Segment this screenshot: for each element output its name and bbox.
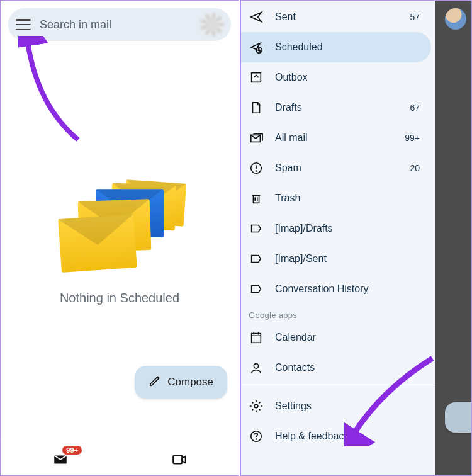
nav-count: 57: [410, 12, 420, 22]
nav-label: Conversation History: [275, 283, 420, 295]
nav-scheduled[interactable]: Scheduled: [241, 32, 431, 62]
nav-count: 20: [410, 163, 420, 173]
compose-label: Compose: [167, 376, 213, 388]
nav-outbox[interactable]: Outbox: [241, 62, 431, 93]
svg-rect-2: [252, 73, 261, 82]
background-compose: [445, 402, 472, 433]
svg-rect-7: [252, 334, 261, 343]
outbox-icon: [249, 70, 264, 85]
bottom-nav: 99+: [1, 443, 239, 475]
divider: [241, 387, 435, 387]
nav-label: [Imap]/Sent: [275, 253, 420, 264]
label-icon: [249, 281, 264, 297]
nav-label: Help & feedback: [275, 431, 420, 442]
nav-sent[interactable]: Sent 57: [241, 2, 431, 32]
tab-mail[interactable]: 99+: [1, 443, 120, 475]
calendar-icon: [249, 330, 264, 345]
nav-label: All mail: [275, 132, 393, 144]
compose-button[interactable]: Compose: [135, 366, 227, 399]
background-avatar: [445, 8, 466, 30]
scheduled-empty-screen: Search in mail Nothing in Scheduled Comp…: [0, 0, 239, 476]
label-icon: [249, 251, 264, 266]
nav-label: Contacts: [275, 362, 420, 373]
nav-settings[interactable]: Settings: [241, 391, 431, 421]
nav-spam[interactable]: Spam 20: [241, 153, 431, 183]
section-google-apps: Google apps: [241, 304, 435, 322]
nav-label: Calendar: [275, 332, 420, 343]
contacts-icon: [249, 360, 264, 375]
svg-point-5: [256, 171, 257, 171]
nav-label: Settings: [275, 400, 420, 412]
svg-point-8: [254, 364, 258, 368]
nav-count: 67: [410, 103, 420, 113]
label-icon: [249, 221, 264, 236]
nav-contacts[interactable]: Contacts: [241, 353, 431, 383]
svg-rect-0: [173, 455, 182, 463]
nav-count: 99+: [405, 133, 420, 143]
nav-drafts[interactable]: Drafts 67: [241, 93, 431, 123]
svg-point-11: [256, 439, 257, 439]
nav-label: Sent: [275, 11, 398, 23]
nav-label: Spam: [275, 162, 398, 174]
nav-conversation-history[interactable]: Conversation History: [241, 274, 431, 304]
drafts-icon: [249, 100, 264, 115]
nav-label: Drafts: [275, 102, 398, 113]
settings-icon: [249, 399, 264, 414]
sent-icon: [249, 9, 264, 25]
nav-imap-drafts[interactable]: [Imap]/Drafts: [241, 213, 431, 244]
nav-allmail[interactable]: All mail 99+: [241, 123, 431, 153]
scheduled-icon: [249, 40, 264, 55]
search-input[interactable]: Search in mail: [40, 18, 201, 31]
nav-label: Outbox: [275, 72, 420, 83]
search-bar[interactable]: Search in mail: [8, 8, 231, 41]
svg-point-9: [254, 404, 258, 408]
nav-trash[interactable]: Trash: [241, 183, 431, 213]
nav-imap-sent[interactable]: [Imap]/Sent: [241, 244, 431, 274]
nav-help[interactable]: Help & feedback: [241, 421, 431, 451]
empty-state-text: Nothing in Scheduled: [60, 291, 179, 305]
nav-drawer: Sent 57 Scheduled Outbox Drafts 67: [241, 1, 435, 475]
mail-badge: 99+: [62, 446, 82, 455]
tab-meet[interactable]: [120, 443, 239, 475]
svg-rect-6: [253, 195, 259, 203]
trash-icon: [249, 191, 264, 206]
drawer-screen: Sent 57 Scheduled Outbox Drafts 67: [240, 0, 472, 476]
account-avatar[interactable]: [201, 13, 223, 36]
video-icon: [171, 451, 188, 468]
menu-icon[interactable]: [16, 19, 31, 30]
empty-state: Nothing in Scheduled Compose: [1, 41, 239, 443]
allmail-icon: [249, 130, 264, 145]
spam-icon: [249, 161, 264, 176]
nav-label: Trash: [275, 193, 420, 204]
envelope-illustration: [57, 179, 183, 280]
nav-label: Scheduled: [275, 42, 408, 53]
nav-calendar[interactable]: Calendar: [241, 322, 431, 353]
help-icon: [249, 429, 264, 444]
nav-label: [Imap]/Drafts: [275, 223, 420, 234]
pencil-icon: [149, 375, 161, 390]
